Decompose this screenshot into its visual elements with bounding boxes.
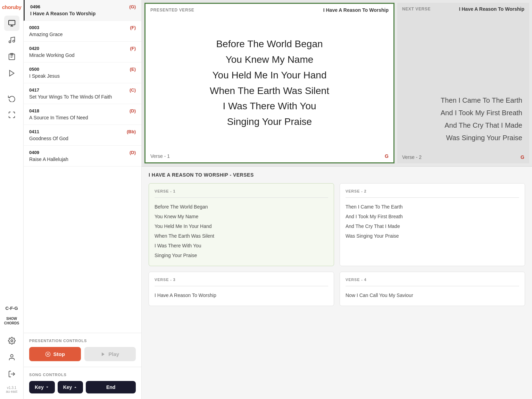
song-title: I Speak Jesus <box>29 73 136 79</box>
song-key: (F) <box>130 46 136 51</box>
presented-verse-panel: PRESENTED VERSE I Have A Reason To Worsh… <box>144 3 394 163</box>
svg-rect-0 <box>8 20 15 25</box>
verse-line: I Have A Reason To Worship <box>155 290 328 300</box>
song-list-item[interactable]: 0500 (E) I Speak Jesus <box>24 62 141 83</box>
song-number: 0500 <box>29 67 39 72</box>
song-list-item[interactable]: 0496 (G) I Have A Reason To Worship <box>24 0 141 21</box>
verses-grid: VERSE - 1 Before The World BeganYou Knew… <box>149 183 525 306</box>
song-number: 0420 <box>29 46 39 51</box>
sidebar-icon-monitor[interactable] <box>4 16 19 31</box>
song-number: 0418 <box>29 108 39 113</box>
verse-line: You Knew My Name <box>155 212 328 221</box>
svg-marker-12 <box>102 352 105 356</box>
verse-line: Then I Came To The Earth <box>346 202 519 212</box>
key-up-label: Key <box>63 384 72 390</box>
svg-marker-5 <box>9 70 14 76</box>
presentation-controls-section: PRESENTATION CONTROLS Stop Play <box>24 333 141 367</box>
song-list-item[interactable]: 0409 (D) Raise A Hallelujah <box>24 146 141 167</box>
song-key: (D) <box>130 108 136 113</box>
verses-area: I HAVE A REASON TO WORSHIP - VERSES VERS… <box>142 167 532 399</box>
version-text: v1.3.1 <box>6 386 17 390</box>
song-list-item[interactable]: 0417 (C) Set Your Wings To The Winds Of … <box>24 83 141 104</box>
verse-line: I Was There With You <box>155 241 328 251</box>
chord-value: C-F-G <box>5 306 18 311</box>
chord-display[interactable]: C-F-G <box>4 304 19 313</box>
song-list-panel: 0496 (G) I Have A Reason To Worship 0003… <box>24 0 142 399</box>
song-number: 0417 <box>29 87 39 93</box>
verse-line: Singing Your Praise <box>155 251 328 260</box>
song-key: (E) <box>130 67 136 72</box>
song-number: 0409 <box>29 150 39 155</box>
verse-card[interactable]: VERSE - 1 Before The World BeganYou Knew… <box>149 183 334 266</box>
next-verse-text: Then I Came To The EarthAnd I Took My Fi… <box>441 94 522 144</box>
sidebar-icon-refresh[interactable] <box>4 91 19 106</box>
presented-verse-text: Before The World BeganYou Knew My NameYo… <box>210 36 329 130</box>
sidebar-icon-expand[interactable] <box>4 107 19 122</box>
verse-line: When The Earth Was Silent <box>155 231 328 241</box>
app-logo: choruby <box>2 4 22 10</box>
sidebar-icon-logout[interactable] <box>4 366 19 382</box>
verse-card-label: VERSE - 3 <box>155 278 328 282</box>
main-content: PRESENTED VERSE I Have A Reason To Worsh… <box>142 0 532 399</box>
sidebar-icon-music[interactable] <box>4 32 19 48</box>
svg-point-2 <box>13 40 15 42</box>
svg-point-1 <box>9 41 11 43</box>
presented-verse-label: PRESENTED VERSE <box>150 8 194 12</box>
key-up-button[interactable]: Key <box>58 381 83 393</box>
song-controls-section: SONG CONTROLS Key Key End <box>24 367 141 399</box>
stop-button[interactable]: Stop <box>29 347 81 361</box>
show-chords-button[interactable]: SHOWCHORDS <box>3 314 20 328</box>
song-key: (G) <box>129 4 136 9</box>
song-title: A Source In Times Of Need <box>29 115 136 120</box>
verse-card[interactable]: VERSE - 3 I Have A Reason To Worship <box>149 272 334 306</box>
verse-line: Before The World Began <box>155 202 328 212</box>
song-title: Set Your Wings To The Winds Of Faith <box>29 94 136 100</box>
presentation-controls-label: PRESENTATION CONTROLS <box>29 339 136 343</box>
next-verse-key: G <box>521 154 524 160</box>
song-key: (F) <box>130 25 136 30</box>
key-down-button[interactable]: Key <box>29 381 55 393</box>
presented-verse-verse-label: Verse - 1 <box>150 153 170 159</box>
show-chords-label: SHOWCHORDS <box>4 316 19 325</box>
song-list-item[interactable]: 0003 (F) Amazing Grace <box>24 21 141 42</box>
song-key: (Bb) <box>127 129 136 134</box>
verse-line: And The Cry That I Made <box>346 221 519 231</box>
song-title: Goodness Of God <box>29 136 136 141</box>
song-list-item[interactable]: 0418 (D) A Source In Times Of Need <box>24 104 141 125</box>
verses-section-title: I HAVE A REASON TO WORSHIP - VERSES <box>149 172 525 178</box>
sidebar-icon-settings[interactable] <box>4 333 19 348</box>
verse-line: And I Took My First Breath <box>346 212 519 221</box>
song-title: Raise A Hallelujah <box>29 156 136 162</box>
sidebar-icon-play[interactable] <box>4 66 19 81</box>
song-list-item[interactable]: 0420 (F) Miracle Working God <box>24 42 141 62</box>
next-verse-song-title: I Have A Reason To Worship <box>459 6 524 12</box>
play-button[interactable]: Play <box>84 347 136 361</box>
verse-card[interactable]: VERSE - 2 Then I Came To The EarthAnd I … <box>340 183 525 266</box>
song-list-scroll: 0496 (G) I Have A Reason To Worship 0003… <box>24 0 141 333</box>
play-label: Play <box>108 351 119 357</box>
verse-card-label: VERSE - 1 <box>155 189 328 193</box>
song-number: 0003 <box>29 25 39 30</box>
verse-card-label: VERSE - 2 <box>346 189 519 193</box>
song-controls-label: SONG CONTROLS <box>29 373 136 377</box>
sidebar-icon-user[interactable] <box>4 350 19 365</box>
next-verse-label: NEXT VERSE <box>402 7 431 11</box>
presentation-area: PRESENTED VERSE I Have A Reason To Worsh… <box>142 0 532 167</box>
song-key: (D) <box>130 150 136 155</box>
end-button[interactable]: End <box>86 381 136 393</box>
sidebar-icon-clipboard[interactable] <box>4 49 19 64</box>
song-key: (C) <box>130 87 136 93</box>
sidebar: choruby C-F-G SHOWCHORDS v1.3.1 au east <box>0 0 24 399</box>
next-verse-panel: NEXT VERSE I Have A Reason To Worship Th… <box>397 3 529 163</box>
song-list-item[interactable]: 0411 (Bb) Goodness Of God <box>24 125 141 146</box>
verse-card[interactable]: VERSE - 4 Now I Can Call You My Saviour <box>340 272 525 306</box>
song-number: 0496 <box>30 4 40 9</box>
end-label: End <box>106 384 115 390</box>
svg-point-6 <box>11 340 13 342</box>
song-title: Miracle Working God <box>29 52 136 58</box>
verse-line: You Held Me In Your Hand <box>155 221 328 231</box>
stop-label: Stop <box>53 351 65 357</box>
key-down-label: Key <box>35 384 44 390</box>
region-text: au east <box>6 390 17 393</box>
verse-card-label: VERSE - 4 <box>346 278 519 282</box>
